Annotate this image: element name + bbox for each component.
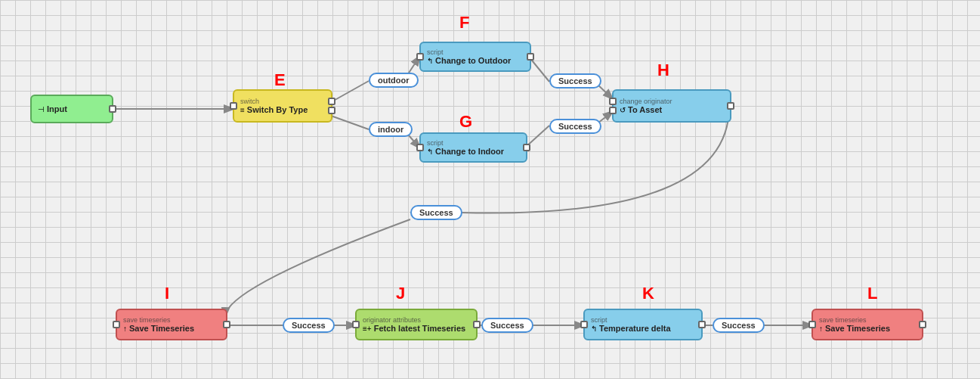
temp-port-right[interactable] [698,321,706,328]
save-i-title: Save Timeseries [129,324,194,333]
originator-port-right[interactable] [727,102,734,110]
switch-label: switch [240,98,325,105]
input-title: Input [47,104,67,113]
node-change-originator[interactable]: change originator ↺ To Asset [612,89,731,123]
switch-title: Switch By Type [247,105,308,114]
badge-outdoor: outdoor [369,73,419,88]
save-i-label: save timeseries [123,316,220,324]
indoor-title: Change to Indoor [435,147,504,156]
switch-icon: ≡ [240,106,245,114]
node-input[interactable]: ⊣ Input [30,95,113,123]
indoor-port-right[interactable] [523,144,530,151]
input-icon: ⊣ [38,105,45,113]
originator-icon: ↺ [620,106,626,114]
badge-success-k-l: Success [713,318,765,333]
save-l-icon: ↑ [819,325,823,333]
badge-success-i-j: Success [283,318,335,333]
save-l-title: Save Timeseries [825,324,890,333]
outdoor-title: Change to Outdoor [435,56,511,65]
outdoor-port-right[interactable] [527,53,534,61]
svg-line-3 [331,116,369,129]
switch-port-right-bottom[interactable] [328,107,335,114]
save-i-icon: ↑ [123,325,127,333]
fetch-title: Fetch latest Timeseries [374,324,465,333]
badge-success-bottom-right: Success [549,119,601,134]
temp-icon: ↰ [591,325,597,333]
section-E: E [274,70,286,90]
fetch-port-right[interactable] [473,321,481,328]
indoor-port-left[interactable] [416,144,424,151]
save-l-label: save timeseries [819,316,916,324]
section-L: L [867,284,877,303]
outdoor-script-label: script [427,48,524,56]
originator-port-left-bottom[interactable] [609,107,617,114]
originator-title: To Asset [628,105,662,114]
node-save-timeseries-i[interactable]: save timeseries ↑ Save Timeseries [116,309,227,340]
indoor-script-label: script [427,139,520,147]
badge-success-top: Success [549,73,601,89]
section-I: I [165,284,169,303]
input-port-right[interactable] [109,105,116,113]
badge-indoor: indoor [369,122,413,137]
temp-port-left[interactable] [580,321,588,328]
node-temperature-delta[interactable]: script ↰ Temperature delta [583,309,703,340]
node-fetch-timeseries[interactable]: originator attributes ≡+ Fetch latest Ti… [355,309,478,340]
outdoor-port-left[interactable] [416,53,424,61]
originator-port-left-top[interactable] [609,98,617,105]
temp-label: script [591,316,695,324]
originator-label: change originator [620,98,724,105]
section-G: G [459,112,472,132]
save-l-port-right[interactable] [919,321,926,328]
save-i-port-left[interactable] [113,321,120,328]
outdoor-icon: ↰ [427,57,433,65]
node-save-timeseries-l[interactable]: save timeseries ↑ Save Timeseries [812,309,923,340]
section-H: H [657,61,669,80]
node-switch-by-type[interactable]: switch ≡ Switch By Type [233,89,332,123]
switch-port-left[interactable] [230,102,237,110]
section-F: F [459,13,469,33]
fetch-label: originator attributes [363,316,470,324]
section-K: K [642,284,654,303]
fetch-icon: ≡+ [363,325,372,333]
node-change-to-outdoor[interactable]: script ↰ Change to Outdoor [419,42,531,72]
badge-success-j-k: Success [481,318,533,333]
badge-success-center: Success [410,205,462,220]
section-J: J [396,284,405,303]
save-i-port-right[interactable] [223,321,230,328]
workflow-canvas: E F G H I J K L [0,0,980,379]
temp-title: Temperature delta [599,324,671,333]
indoor-icon: ↰ [427,148,433,156]
node-change-to-indoor[interactable]: script ↰ Change to Indoor [419,132,527,163]
svg-line-1 [331,81,369,102]
switch-port-right-top[interactable] [328,98,335,105]
save-l-port-left[interactable] [808,321,816,328]
fetch-port-left[interactable] [352,321,360,328]
